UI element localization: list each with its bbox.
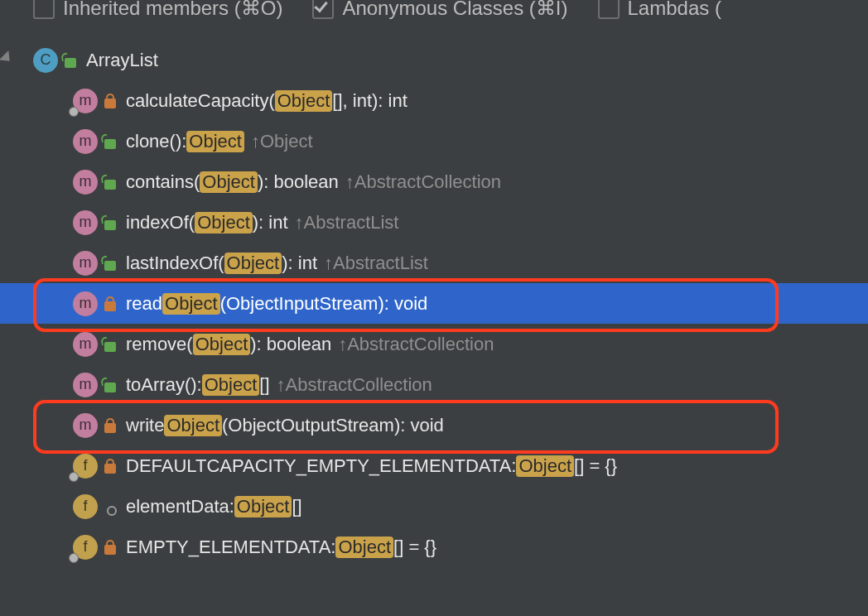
anonymous-classes-toggle[interactable]: Anonymous Classes (⌘I) xyxy=(312,0,567,20)
field-icon: f xyxy=(73,535,98,560)
member-row[interactable]: mcalculateCapacity(Object[], int): int xyxy=(0,80,868,121)
static-pin-icon xyxy=(67,469,81,484)
highlight: Object xyxy=(195,212,253,233)
member-row[interactable]: mwriteObject(ObjectOutputStream): void xyxy=(0,405,868,445)
method-icon: m xyxy=(73,170,98,195)
sig-post: (ObjectOutputStream): void xyxy=(222,415,444,436)
sig-post: ): int xyxy=(282,253,317,274)
field-icon: f xyxy=(73,494,98,519)
member-signature: elementData: Object[] xyxy=(126,496,302,517)
private-icon xyxy=(103,538,118,556)
highlight: Object xyxy=(234,496,292,517)
field-icon: f xyxy=(73,454,98,479)
member-signature: toArray(): Object[]↑AbstractCollection xyxy=(126,374,432,396)
highlight: Object xyxy=(335,537,393,558)
sig-post: ): boolean xyxy=(250,334,331,355)
inherited-from: ↑AbstractCollection xyxy=(345,171,501,193)
sig-post: [], int): int xyxy=(332,90,407,112)
member-signature: remove(Object): boolean↑AbstractCollecti… xyxy=(126,334,494,355)
public-icon xyxy=(63,51,78,70)
inherited-from: ↑AbstractCollection xyxy=(277,374,432,396)
private-icon xyxy=(103,457,118,475)
sig-pre: DEFAULTCAPACITY_EMPTY_ELEMENTDATA: xyxy=(126,455,516,477)
highlight: Object xyxy=(202,374,260,396)
checkbox-icon xyxy=(598,0,620,19)
sig-post: [] = {} xyxy=(574,455,617,477)
structure-toolbar: Inherited members (⌘O) Anonymous Classes… xyxy=(0,0,868,22)
inherited-members-label: Inherited members (⌘O) xyxy=(63,0,282,20)
member-row[interactable]: mremove(Object): boolean↑AbstractCollect… xyxy=(0,324,868,364)
member-signature: lastIndexOf(Object): int↑AbstractList xyxy=(126,253,428,274)
member-row[interactable]: felementData: Object[] xyxy=(0,486,868,527)
class-row[interactable]: C ArrayList xyxy=(0,40,868,80)
sig-pre: calculateCapacity( xyxy=(126,90,275,112)
member-row[interactable]: mreadObject(ObjectInputStream): void xyxy=(0,283,868,324)
sig-post: [] xyxy=(292,496,301,517)
structure-tree: C ArrayList mcalculateCapacity(Object[],… xyxy=(0,22,868,567)
inherited-from: ↑AbstractList xyxy=(324,253,428,274)
public-icon xyxy=(103,335,118,354)
member-row[interactable]: mindexOf(Object): int↑AbstractList xyxy=(0,202,868,243)
checkbox-icon xyxy=(33,0,55,19)
private-icon xyxy=(103,295,118,313)
method-icon: m xyxy=(73,210,98,235)
highlight: Object xyxy=(516,455,574,477)
member-row[interactable]: mlastIndexOf(Object): int↑AbstractList xyxy=(0,243,868,283)
public-icon xyxy=(103,254,118,272)
public-icon xyxy=(103,132,118,151)
sig-pre: write xyxy=(126,415,164,436)
sig-post: [] xyxy=(259,374,269,396)
sig-pre: elementData: xyxy=(126,496,234,517)
inherited-from: ↑Object xyxy=(251,131,313,152)
highlight: Object xyxy=(224,253,282,274)
highlight: Object xyxy=(200,171,258,193)
sig-post: ): int xyxy=(253,212,288,233)
member-row[interactable]: fEMPTY_ELEMENTDATA: Object[] = {} xyxy=(0,527,868,567)
public-icon xyxy=(103,173,118,191)
sig-pre: remove( xyxy=(126,334,193,355)
member-row[interactable]: mcontains(Object): boolean↑AbstractColle… xyxy=(0,161,868,202)
class-icon: C xyxy=(33,48,58,73)
highlight: Object xyxy=(193,334,251,355)
sig-pre: indexOf( xyxy=(126,212,195,233)
member-signature: contains(Object): boolean↑AbstractCollec… xyxy=(126,171,501,193)
member-row[interactable]: fDEFAULTCAPACITY_EMPTY_ELEMENTDATA: Obje… xyxy=(0,445,868,486)
member-signature: indexOf(Object): int↑AbstractList xyxy=(126,212,398,233)
static-pin-icon xyxy=(67,104,81,118)
checkbox-icon xyxy=(312,0,334,19)
inherited-members-toggle[interactable]: Inherited members (⌘O) xyxy=(33,0,282,20)
member-signature: readObject(ObjectInputStream): void xyxy=(126,293,427,315)
private-icon xyxy=(103,416,118,435)
sig-pre: contains( xyxy=(126,171,200,193)
lambdas-label: Lambdas ( xyxy=(628,0,721,20)
private-icon xyxy=(103,92,118,110)
member-signature: clone(): Object↑Object xyxy=(126,131,313,152)
member-signature: EMPTY_ELEMENTDATA: Object[] = {} xyxy=(126,537,436,558)
class-name: ArrayList xyxy=(86,50,158,71)
member-signature: calculateCapacity(Object[], int): int xyxy=(126,90,407,112)
sig-post: [] = {} xyxy=(393,537,436,558)
method-icon: m xyxy=(73,373,98,397)
sig-pre: lastIndexOf( xyxy=(126,253,224,274)
highlight: Object xyxy=(164,415,222,436)
member-row[interactable]: mclone(): Object↑Object xyxy=(0,121,868,161)
inherited-from: ↑AbstractList xyxy=(295,212,399,233)
highlight: Object xyxy=(162,293,220,315)
sig-pre: clone(): xyxy=(126,131,186,152)
method-icon: m xyxy=(73,129,98,154)
anonymous-classes-label: Anonymous Classes (⌘I) xyxy=(342,0,567,20)
member-row[interactable]: mtoArray(): Object[]↑AbstractCollection xyxy=(0,364,868,405)
method-icon: m xyxy=(73,332,98,357)
static-pin-icon xyxy=(67,551,81,565)
inherited-from: ↑AbstractCollection xyxy=(338,334,494,355)
sig-post: ): boolean xyxy=(258,171,339,193)
lambdas-toggle[interactable]: Lambdas ( xyxy=(598,0,721,20)
member-signature: DEFAULTCAPACITY_EMPTY_ELEMENTDATA: Objec… xyxy=(126,455,617,477)
public-icon xyxy=(103,376,118,394)
method-icon: m xyxy=(73,89,98,113)
sig-post: (ObjectInputStream): void xyxy=(220,293,428,315)
sig-pre: toArray(): xyxy=(126,374,202,396)
expand-icon[interactable] xyxy=(0,50,14,65)
sig-pre: EMPTY_ELEMENTDATA: xyxy=(126,537,335,558)
method-icon: m xyxy=(73,413,98,438)
